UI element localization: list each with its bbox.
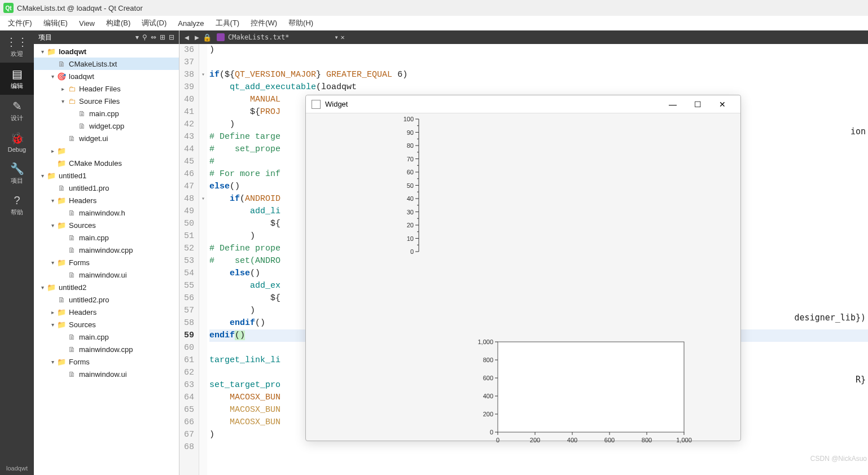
chevron-icon[interactable]: ▾ bbox=[49, 359, 56, 365]
panel-tool[interactable]: ⚲ bbox=[142, 33, 147, 41]
mode-欢迎[interactable]: ⋮⋮欢迎 bbox=[0, 30, 34, 63]
watermark: CSDN @NickAsuo bbox=[810, 455, 867, 463]
close-tab-button[interactable]: ✕ bbox=[341, 33, 345, 41]
tree-item[interactable]: 🗎mainwindow.cpp bbox=[34, 244, 179, 256]
svg-text:80: 80 bbox=[407, 142, 414, 149]
tree-item[interactable]: ▾📁loadqwt bbox=[34, 45, 179, 58]
tree-item[interactable]: ▾📁Sources bbox=[34, 219, 179, 231]
menu-view[interactable]: View bbox=[73, 17, 100, 29]
mode-编辑[interactable]: ▤编辑 bbox=[0, 63, 34, 95]
tree-label: untitled2 bbox=[59, 283, 86, 292]
file-icon: 🗎 bbox=[67, 209, 77, 217]
lock-icon: 🔒 bbox=[202, 33, 212, 42]
chevron-icon[interactable]: ▾ bbox=[38, 284, 46, 291]
tree-item[interactable]: ▸📁 bbox=[34, 144, 179, 157]
target-icon: 🎯 bbox=[56, 72, 67, 81]
tree-label: Headers bbox=[69, 196, 97, 205]
tree-label: mainwindow.ui bbox=[79, 370, 127, 379]
project-tree[interactable]: ▾📁loadqwt🗎CMakeLists.txt▾🎯loadqwt▸🗀Heade… bbox=[34, 44, 179, 475]
tree-item[interactable]: ▾📁untitled2 bbox=[34, 281, 179, 293]
menu-t[interactable]: 工具(T) bbox=[210, 16, 246, 30]
tree-item[interactable]: 🗎mainwindow.ui bbox=[34, 368, 179, 380]
tree-item[interactable]: 🗎untitled1.pro bbox=[34, 182, 179, 194]
project-panel-title: 项目 bbox=[38, 33, 132, 42]
chevron-icon[interactable]: ▾ bbox=[38, 49, 46, 55]
menu-b[interactable]: 构建(B) bbox=[100, 16, 136, 30]
tree-item[interactable]: 🗎main.cpp bbox=[34, 331, 179, 343]
folder-icon: 📁 bbox=[56, 221, 67, 230]
menu-f[interactable]: 文件(F) bbox=[2, 16, 38, 30]
tree-label: loadqwt bbox=[69, 72, 94, 81]
panel-tool[interactable]: ▾ bbox=[135, 33, 139, 41]
chevron-icon[interactable]: ▾ bbox=[49, 322, 56, 328]
dropdown-icon[interactable]: ▾ bbox=[334, 33, 338, 41]
chevron-icon[interactable]: ▸ bbox=[59, 86, 67, 92]
chevron-icon[interactable]: ▸ bbox=[49, 309, 56, 315]
code-fragment: R} bbox=[856, 375, 866, 385]
tree-label: widget.ui bbox=[79, 134, 108, 143]
帮助-icon: ? bbox=[14, 194, 20, 207]
tree-item[interactable]: ▾📁Forms bbox=[34, 256, 179, 269]
qwt-thermo: 0102030405060708090100 bbox=[391, 113, 492, 260]
tree-label: widget.cpp bbox=[89, 122, 124, 130]
panel-tool[interactable]: ⊟ bbox=[169, 33, 174, 41]
tree-item[interactable]: ▾📁Headers bbox=[34, 194, 179, 206]
tree-label: mainwindow.ui bbox=[79, 271, 127, 279]
tree-item[interactable]: 🗎mainwindow.ui bbox=[34, 269, 179, 281]
svg-text:70: 70 bbox=[407, 156, 414, 162]
tree-item[interactable]: ▾📁Sources bbox=[34, 318, 179, 331]
tree-item[interactable]: ▾📁untitled1 bbox=[34, 169, 179, 182]
chevron-icon[interactable]: ▾ bbox=[49, 222, 56, 228]
widget-body: 0102030405060708090100 02004006008001,00… bbox=[306, 113, 740, 441]
maximize-button[interactable]: ☐ bbox=[685, 96, 710, 113]
chevron-icon[interactable]: ▾ bbox=[59, 98, 67, 104]
mode-项目[interactable]: 🔧项目 bbox=[0, 157, 34, 190]
欢迎-icon: ⋮⋮ bbox=[6, 35, 28, 49]
tree-item[interactable]: ▾🎯loadqwt bbox=[34, 70, 179, 82]
chevron-icon[interactable]: ▾ bbox=[38, 173, 46, 179]
chevron-icon[interactable]: ▾ bbox=[49, 73, 56, 80]
mode-Debug[interactable]: 🐞Debug bbox=[0, 127, 34, 157]
tree-item[interactable]: 🗎CMakeLists.txt bbox=[34, 58, 179, 70]
menu-h[interactable]: 帮助(H) bbox=[283, 16, 319, 30]
tree-item[interactable]: 🗎mainwindow.cpp bbox=[34, 343, 179, 355]
panel-tool[interactable]: ⇔ bbox=[151, 33, 156, 41]
folder-icon: 📁 bbox=[46, 283, 56, 292]
tree-item[interactable]: 🗎mainwindow.h bbox=[34, 206, 179, 219]
tree-item[interactable]: 📁CMake Modules bbox=[34, 157, 179, 169]
nav-back-button[interactable]: ◄ bbox=[182, 33, 192, 42]
tree-item[interactable]: 🗎widget.cpp bbox=[34, 120, 179, 132]
mode-帮助[interactable]: ?帮助 bbox=[0, 190, 34, 221]
svg-text:800: 800 bbox=[483, 357, 493, 363]
menu-e[interactable]: 编辑(E) bbox=[38, 16, 73, 30]
minimize-button[interactable]: — bbox=[660, 96, 685, 113]
tree-item[interactable]: ▸🗀Header Files bbox=[34, 82, 179, 95]
mode-设计[interactable]: ✎设计 bbox=[0, 95, 34, 127]
tree-item[interactable]: 🗎main.cpp bbox=[34, 107, 179, 120]
tree-item[interactable]: 🗎main.cpp bbox=[34, 231, 179, 244]
nav-fwd-button[interactable]: ► bbox=[192, 33, 202, 42]
tree-item[interactable]: ▾📁Forms bbox=[34, 355, 179, 368]
tree-item[interactable]: 🗎untitled2.pro bbox=[34, 293, 179, 306]
menu-d[interactable]: 调试(D) bbox=[136, 16, 172, 30]
chevron-icon[interactable]: ▾ bbox=[49, 197, 56, 204]
chevron-icon[interactable]: ▸ bbox=[49, 148, 56, 154]
tree-label: untitled1 bbox=[59, 171, 86, 180]
panel-tool[interactable]: ⊞ bbox=[160, 33, 165, 41]
editor-tab-label: CMakeLists.txt* bbox=[228, 33, 289, 41]
project-panel-header: 项目 ▾⚲⇔⊞⊟ bbox=[34, 30, 179, 44]
editor-tab[interactable]: CMakeLists.txt* ▾ ✕ bbox=[212, 33, 349, 41]
file-icon: 🗎 bbox=[67, 345, 77, 354]
tree-item[interactable]: 🗎widget.ui bbox=[34, 132, 179, 144]
menu-w[interactable]: 控件(W) bbox=[245, 16, 283, 30]
Debug-icon: 🐞 bbox=[10, 131, 24, 145]
widget-window[interactable]: Widget — ☐ ✕ 0102030405060708090100 0200… bbox=[305, 95, 741, 441]
kit-selector[interactable]: loadqwt bbox=[0, 461, 34, 475]
close-button[interactable]: ✕ bbox=[710, 96, 735, 113]
widget-titlebar[interactable]: Widget — ☐ ✕ bbox=[306, 95, 740, 113]
chevron-icon[interactable]: ▾ bbox=[49, 260, 56, 266]
tree-item[interactable]: ▸📁Headers bbox=[34, 306, 179, 318]
tree-label: mainwindow.cpp bbox=[79, 246, 133, 254]
tree-item[interactable]: ▾🗀Source Files bbox=[34, 95, 179, 107]
menu-analyze[interactable]: Analyze bbox=[172, 17, 209, 29]
